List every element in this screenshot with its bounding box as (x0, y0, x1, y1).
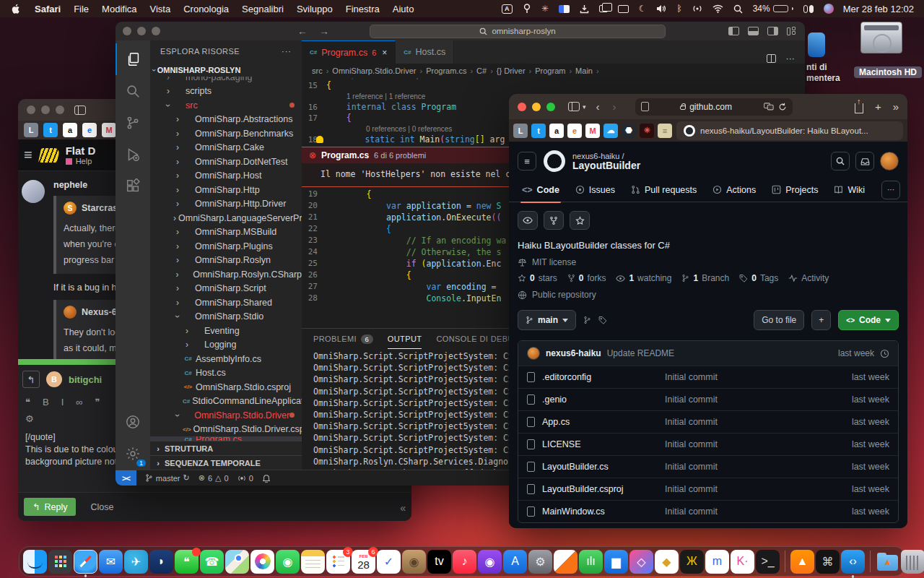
latest-commit-row[interactable]: nexus6-haiku Update README last week (518, 341, 898, 366)
tree-item[interactable]: › src (150, 98, 302, 113)
close-tab-icon[interactable]: × (382, 48, 387, 58)
breadcrumb-segment[interactable]: Program› (535, 66, 573, 75)
pinned-tab-favicon[interactable]: ✳ (640, 124, 654, 138)
forum-category[interactable]: Help (66, 157, 96, 165)
reply-button[interactable]: ↰Reply (24, 498, 76, 516)
shortcuts-icon[interactable]: ✳ (541, 4, 549, 14)
inbox-button[interactable] (855, 152, 874, 171)
commit-author[interactable]: nexus6-haiku (546, 348, 601, 358)
license-row[interactable]: MIT license (509, 251, 907, 267)
tags-stat[interactable]: 0Tags (739, 273, 778, 283)
file-row-LayoutBuilder.cs[interactable]: LayoutBuilder.cs Initial commit last wee… (518, 455, 898, 478)
run-debug-icon[interactable] (116, 139, 150, 171)
lightbulb-icon[interactable] (316, 136, 323, 143)
fast-user-switch-icon[interactable] (803, 5, 814, 13)
back-icon[interactable]: ‹ (596, 100, 600, 113)
download-icon[interactable] (580, 4, 589, 14)
tree-item[interactable]: › OmniSharp.Cake (150, 141, 302, 155)
focus-moon-icon[interactable]: ☾ (639, 4, 647, 14)
menu-item[interactable]: File (67, 4, 95, 14)
menu-item[interactable]: Cronologia (177, 4, 235, 14)
tree-item[interactable]: › OmniSharp.Http.Driver (150, 197, 302, 212)
tree-item[interactable]: › mono-packaging (150, 77, 302, 85)
remote-indicator[interactable]: >< (116, 470, 136, 486)
tab-pull-requests[interactable]: Pull requests (625, 178, 702, 202)
menu-item[interactable]: Modifica (95, 4, 143, 14)
customize-layout-icon[interactable] (787, 27, 798, 35)
desktop-icon-blue-app[interactable] (808, 33, 825, 57)
dock-icon-whatsapp[interactable]: ☎ (200, 550, 224, 574)
pinned-tab-favicon[interactable]: L (24, 123, 38, 137)
tree-item[interactable]: › OmniSharp.Script (150, 282, 302, 296)
airplay-icon[interactable] (692, 4, 702, 14)
extensions-icon[interactable] (116, 171, 150, 202)
active-tab[interactable]: nexus6-haiku/LayoutBuilder: Haiku BLayou… (676, 121, 903, 140)
code-line[interactable]: 15 { (302, 80, 805, 91)
tree-item[interactable]: › OmniSharp.MSBuild (150, 225, 302, 240)
menu-item[interactable]: Finestra (339, 4, 386, 14)
battery-indicator[interactable]: 34% (753, 4, 793, 14)
forward-icon[interactable]: › (613, 100, 616, 113)
dock-icon-butterfly-app[interactable]: Ж (680, 550, 704, 574)
pinned-tab-favicon[interactable]: M (102, 123, 116, 137)
go-to-file-button[interactable]: Go to file (754, 310, 804, 330)
url-text[interactable]: github.com (689, 102, 732, 112)
menu-item[interactable]: Segnalibri (235, 4, 290, 14)
share-icon[interactable] (855, 103, 863, 113)
macintosh-hd-icon[interactable] (860, 22, 902, 56)
pinned-tab-favicon[interactable]: e (82, 123, 97, 137)
toggle-secondary-sidebar-icon[interactable] (767, 27, 778, 35)
composer-toolbar-icon[interactable]: B (43, 397, 49, 407)
dock-icon-settings[interactable]: ⚙ (528, 550, 552, 574)
pinned-tab-favicon[interactable]: M (585, 124, 600, 138)
tab-actions[interactable]: Actions (707, 178, 762, 202)
spotlight-icon[interactable] (733, 4, 743, 14)
composer-toolbar-icon[interactable]: ❝ (25, 397, 30, 407)
dock-icon-vscode[interactable]: ‹› (841, 550, 865, 574)
watching-stat[interactable]: 1watching (616, 273, 671, 283)
tab-program-cs[interactable]: C# Program.cs 6 × (302, 40, 396, 64)
window-controls[interactable] (123, 27, 160, 35)
avatar[interactable] (527, 347, 540, 360)
tree-item[interactable]: OmniSharp.Stdio.Driver.csproj (150, 423, 302, 437)
pinned-tab-favicon[interactable]: ⬣ (622, 124, 636, 138)
menu-item[interactable]: Sviluppo (290, 4, 339, 14)
panel-icon[interactable] (559, 5, 570, 13)
dock-icon-trash[interactable] (901, 550, 924, 574)
macintosh-hd-label[interactable]: Macintosh HD (854, 66, 922, 78)
input-source-icon[interactable]: A (502, 4, 513, 14)
gear-icon[interactable]: ⚙ (25, 413, 34, 424)
breadcrumb-segment[interactable]: src› (312, 66, 330, 75)
menu-item[interactable]: Safari (28, 4, 67, 14)
activity-stat[interactable]: Activity (788, 273, 829, 283)
star-button[interactable] (570, 211, 590, 230)
dock-icon-numbers[interactable]: ılı (579, 550, 603, 574)
dock-icon-maps[interactable] (225, 550, 249, 574)
tree-item[interactable]: › OmniSharp.Roslyn.CSharp (150, 267, 302, 282)
dock-icon-messages[interactable]: ❝ (175, 550, 199, 574)
pin-icon[interactable] (523, 4, 531, 14)
file-row-LayoutBuilder.csproj[interactable]: LayoutBuilder.csproj Initial commit last… (518, 478, 898, 500)
dock-icon-terminal[interactable]: >_ (756, 550, 780, 574)
dock-icon-app-store[interactable]: A (503, 550, 527, 574)
timeline-section-header[interactable]: ›SEQUENZA TEMPORALE (150, 455, 302, 470)
dock-icon-bird-app[interactable]: ◗ (149, 550, 173, 574)
dock-icon-k-app[interactable]: K· (731, 550, 754, 574)
history-icon[interactable] (880, 349, 889, 358)
dock-icon-music[interactable]: ♪ (453, 550, 476, 574)
translate-icon[interactable] (764, 103, 774, 111)
branch-selector[interactable]: main (518, 310, 576, 330)
accounts-icon[interactable] (116, 406, 150, 438)
split-editor-icon[interactable] (767, 54, 776, 63)
tab-debug-console[interactable]: CONSOLE DI DEBUG (436, 329, 520, 349)
tree-item[interactable]: › Eventing (150, 324, 302, 338)
close-button[interactable]: Close (90, 502, 113, 512)
reader-icon[interactable] (641, 102, 649, 111)
editor-more-actions-icon[interactable]: ··· (786, 53, 796, 64)
watch-button[interactable] (518, 211, 538, 230)
composer-toolbar-icon[interactable]: ❞ (95, 397, 100, 407)
dock-icon-podcasts[interactable]: ◉ (478, 550, 502, 574)
explorer-more-icon[interactable]: ··· (282, 47, 292, 56)
ports-indicator[interactable]: 0 (237, 474, 253, 483)
dock-icon-telegram[interactable]: ✈ (124, 550, 148, 574)
